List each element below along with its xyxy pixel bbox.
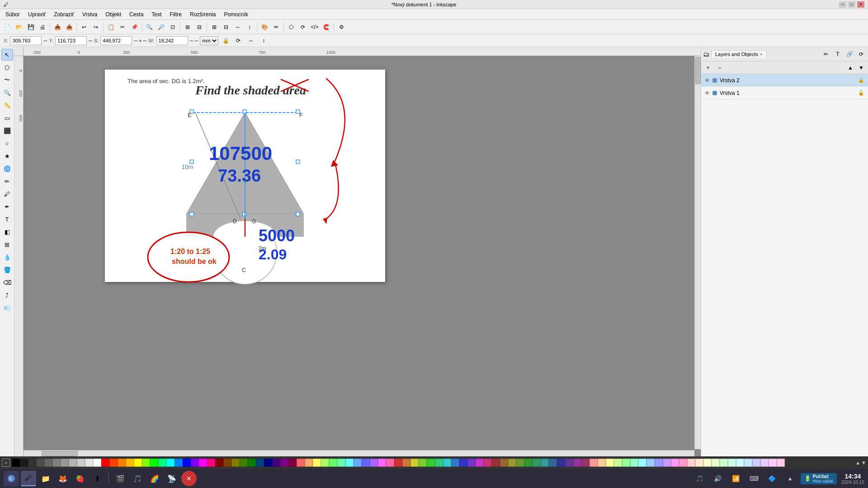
color-swatch[interactable] bbox=[476, 459, 484, 467]
remove-layer-button[interactable]: − bbox=[715, 63, 725, 73]
color-swatch[interactable] bbox=[549, 459, 557, 467]
minimize-button[interactable]: ─ bbox=[839, 1, 846, 8]
palette-scroll-down[interactable]: ▼ bbox=[861, 460, 866, 465]
color-swatch[interactable] bbox=[419, 459, 427, 467]
color-swatch[interactable] bbox=[524, 459, 533, 467]
select-tool[interactable]: ↖ bbox=[1, 49, 13, 61]
color-swatch[interactable] bbox=[12, 459, 20, 467]
layer-item-vrstva2[interactable]: 👁 Vrstva 2 🔒 bbox=[701, 74, 868, 87]
color-swatch[interactable] bbox=[769, 459, 777, 467]
start-button[interactable]: S bbox=[4, 471, 19, 486]
menu-subor[interactable]: Súbor bbox=[2, 10, 24, 19]
zoom-tool[interactable]: 🔍 bbox=[1, 87, 13, 99]
color-swatch[interactable] bbox=[150, 459, 158, 467]
color-swatch[interactable] bbox=[557, 459, 565, 467]
mesh-tool[interactable]: ⊞ bbox=[1, 239, 13, 250]
maximize-button[interactable]: □ bbox=[848, 1, 855, 8]
color-palette[interactable]: ✕ // Will be rendered after ▲ ▼ bbox=[0, 456, 868, 469]
color-swatch[interactable] bbox=[736, 459, 744, 467]
color-swatch[interactable] bbox=[459, 459, 467, 467]
color-swatch[interactable] bbox=[443, 459, 451, 467]
color-swatch[interactable] bbox=[191, 459, 199, 467]
color-swatch[interactable] bbox=[313, 459, 321, 467]
copy-button[interactable]: 📋 bbox=[105, 22, 116, 33]
menu-text[interactable]: Text bbox=[148, 10, 165, 19]
preferences-button[interactable]: ⚙ bbox=[336, 22, 347, 33]
taskbar-app4[interactable]: ✕ bbox=[181, 471, 197, 486]
taskbar-inkscape[interactable]: 🖊 bbox=[21, 471, 36, 486]
cut-button[interactable]: ✂ bbox=[117, 22, 128, 33]
color-swatch[interactable] bbox=[20, 459, 28, 467]
lock-aspect-button[interactable]: 🔒 bbox=[220, 35, 231, 46]
new-button[interactable]: 📄 bbox=[2, 22, 13, 33]
node-button[interactable]: ⬡ bbox=[286, 22, 297, 33]
color-swatch[interactable] bbox=[321, 459, 329, 467]
panel-icon-link[interactable]: 🔗 bbox=[844, 49, 854, 59]
color-swatch[interactable] bbox=[777, 459, 785, 467]
distribute-button[interactable]: ⊟ bbox=[221, 22, 231, 33]
color-swatch[interactable] bbox=[52, 459, 61, 467]
stroke-button[interactable]: ✏ bbox=[271, 22, 282, 33]
palette-scroll-up[interactable]: ▲ bbox=[855, 460, 860, 465]
taskbar-app2[interactable]: 🎵 bbox=[130, 471, 145, 486]
color-swatch[interactable] bbox=[240, 459, 248, 467]
color-swatch[interactable] bbox=[36, 459, 44, 467]
color-swatch[interactable] bbox=[410, 459, 419, 467]
color-swatch[interactable] bbox=[760, 459, 769, 467]
color-swatch[interactable] bbox=[695, 459, 703, 467]
clock[interactable]: 14:34 2024-10-15 bbox=[841, 473, 864, 485]
layers-tab-close[interactable]: × bbox=[760, 52, 763, 57]
zoom-out-button[interactable]: 🔎 bbox=[156, 22, 166, 33]
color-swatch[interactable] bbox=[101, 459, 109, 467]
color-swatch[interactable] bbox=[508, 459, 516, 467]
transform-coords-button[interactable]: ⟳ bbox=[233, 35, 244, 46]
color-swatch[interactable] bbox=[541, 459, 549, 467]
connector-tool[interactable]: ⤴ bbox=[1, 289, 13, 301]
pen-tool[interactable]: 🖊 bbox=[1, 188, 13, 200]
pencil-tool[interactable]: ✏ bbox=[1, 175, 13, 187]
color-swatch[interactable] bbox=[386, 459, 394, 467]
color-swatch[interactable] bbox=[565, 459, 573, 467]
color-swatch[interactable] bbox=[484, 459, 492, 467]
calligraphy-tool[interactable]: ✒ bbox=[1, 201, 13, 212]
color-swatch[interactable] bbox=[345, 459, 354, 467]
tray-icon1[interactable]: 🎵 bbox=[692, 471, 708, 486]
flip-v-coords-button[interactable]: ↕ bbox=[258, 35, 269, 46]
xml-button[interactable]: </> bbox=[309, 22, 320, 33]
export-button[interactable]: 📤 bbox=[64, 22, 75, 33]
3d-tool[interactable]: ⬛ bbox=[1, 125, 13, 136]
panel-icon-text[interactable]: T bbox=[833, 49, 843, 59]
menu-rozsirenia[interactable]: Rozšírenia bbox=[186, 10, 219, 19]
zoom-in-button[interactable]: 🔍 bbox=[144, 22, 155, 33]
import-button[interactable]: 📥 bbox=[52, 22, 63, 33]
color-swatch[interactable] bbox=[93, 459, 101, 467]
taskbar-files[interactable]: 📁 bbox=[38, 471, 53, 486]
taskbar-update[interactable]: ⬆ bbox=[90, 471, 105, 486]
tray-arrow[interactable]: ▲ bbox=[783, 471, 798, 486]
color-swatch[interactable] bbox=[362, 459, 370, 467]
color-swatch[interactable] bbox=[256, 459, 264, 467]
save-button[interactable]: 💾 bbox=[25, 22, 36, 33]
print-button[interactable]: 🖨 bbox=[37, 22, 48, 33]
color-swatch[interactable] bbox=[492, 459, 500, 467]
color-swatch[interactable] bbox=[354, 459, 362, 467]
x-input[interactable] bbox=[10, 36, 42, 45]
color-swatch[interactable] bbox=[134, 459, 142, 467]
color-swatch[interactable] bbox=[183, 459, 191, 467]
taskbar-app3[interactable]: 🌈 bbox=[147, 471, 162, 486]
color-swatch[interactable] bbox=[671, 459, 679, 467]
color-swatch[interactable] bbox=[720, 459, 728, 467]
move-layer-down-button[interactable]: ▼ bbox=[856, 63, 866, 73]
color-swatch[interactable] bbox=[61, 459, 69, 467]
color-swatch[interactable] bbox=[687, 459, 695, 467]
scrollbar-h-thumb[interactable] bbox=[42, 451, 78, 456]
snap-button[interactable]: 🧲 bbox=[321, 22, 332, 33]
scrollbar-v-thumb[interactable] bbox=[695, 57, 701, 84]
color-swatch[interactable] bbox=[231, 459, 240, 467]
color-swatch[interactable] bbox=[175, 459, 183, 467]
color-swatch[interactable] bbox=[44, 459, 52, 467]
taskbar-firefox[interactable]: 🦊 bbox=[55, 471, 71, 486]
color-swatch[interactable] bbox=[573, 459, 581, 467]
flip-h-coords-button[interactable]: ↔ bbox=[245, 35, 256, 46]
menu-cesta[interactable]: Cesta bbox=[126, 10, 147, 19]
